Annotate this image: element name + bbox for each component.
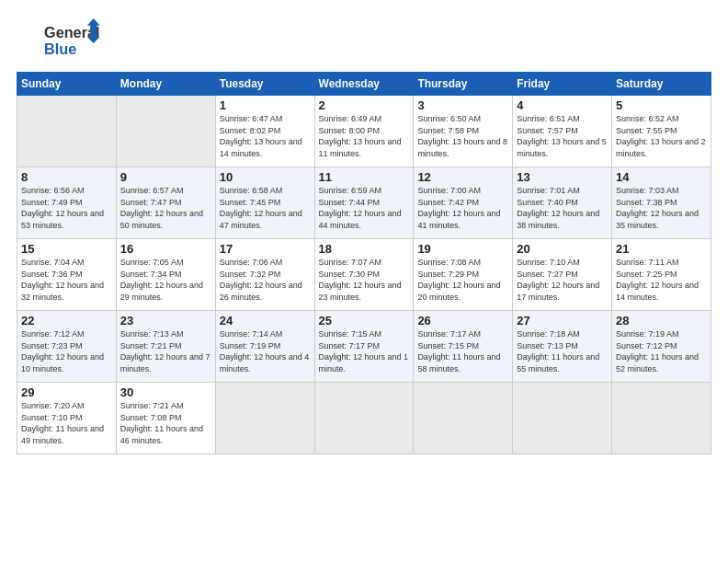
page-header: General Blue: [17, 17, 711, 63]
calendar-cell: [414, 383, 513, 454]
calendar-cell: 23Sunrise: 7:13 AMSunset: 7:21 PMDayligh…: [116, 311, 215, 383]
calendar-cell: 26Sunrise: 7:17 AMSunset: 7:15 PMDayligh…: [414, 311, 513, 383]
day-number: 18: [319, 242, 410, 256]
calendar-cell: 3Sunrise: 6:50 AMSunset: 7:58 PMDaylight…: [414, 96, 513, 167]
calendar-cell: [314, 383, 414, 454]
calendar-cell: 19Sunrise: 7:08 AMSunset: 7:29 PMDayligh…: [414, 239, 513, 311]
calendar-cell: 14Sunrise: 7:03 AMSunset: 7:38 PMDayligh…: [612, 167, 711, 239]
calendar-cell: 17Sunrise: 7:06 AMSunset: 7:32 PMDayligh…: [215, 239, 314, 311]
day-info: Sunrise: 7:00 AMSunset: 7:42 PMDaylight:…: [417, 185, 508, 231]
day-info: Sunrise: 7:14 AMSunset: 7:19 PMDaylight:…: [220, 328, 311, 374]
logo: General Blue: [17, 17, 118, 63]
day-number: 23: [120, 314, 211, 327]
day-number: 22: [21, 314, 112, 327]
day-number: 28: [616, 314, 707, 327]
calendar-cell: 10Sunrise: 6:58 AMSunset: 7:45 PMDayligh…: [215, 167, 314, 239]
col-header-friday: Friday: [513, 73, 612, 96]
day-info: Sunrise: 7:18 AMSunset: 7:13 PMDaylight:…: [517, 328, 608, 374]
day-info: Sunrise: 7:10 AMSunset: 7:27 PMDaylight:…: [517, 257, 608, 303]
calendar-cell: 27Sunrise: 7:18 AMSunset: 7:13 PMDayligh…: [513, 311, 612, 383]
calendar-cell: 15Sunrise: 7:04 AMSunset: 7:36 PMDayligh…: [17, 239, 117, 311]
day-number: 25: [319, 314, 410, 327]
calendar-cell: 9Sunrise: 6:57 AMSunset: 7:47 PMDaylight…: [116, 167, 215, 239]
day-info: Sunrise: 7:17 AMSunset: 7:15 PMDaylight:…: [417, 328, 508, 374]
day-info: Sunrise: 7:03 AMSunset: 7:38 PMDaylight:…: [616, 185, 707, 231]
calendar-cell: [612, 383, 711, 454]
day-info: Sunrise: 7:13 AMSunset: 7:21 PMDaylight:…: [120, 328, 211, 374]
day-number: 20: [517, 242, 608, 256]
day-info: Sunrise: 7:06 AMSunset: 7:32 PMDaylight:…: [220, 257, 311, 303]
calendar-week-2: 15Sunrise: 7:04 AMSunset: 7:36 PMDayligh…: [17, 239, 711, 311]
day-number: 30: [120, 385, 211, 399]
day-number: 12: [417, 170, 508, 184]
day-number: 19: [417, 242, 508, 256]
day-number: 5: [616, 98, 707, 112]
day-number: 17: [220, 242, 311, 256]
calendar-cell: 25Sunrise: 7:15 AMSunset: 7:17 PMDayligh…: [314, 311, 414, 383]
day-number: 27: [517, 314, 608, 327]
day-number: 10: [220, 170, 311, 184]
day-info: Sunrise: 6:52 AMSunset: 7:55 PMDaylight:…: [616, 113, 707, 159]
calendar-cell: 1Sunrise: 6:47 AMSunset: 8:02 PMDaylight…: [215, 96, 314, 167]
calendar-cell: [215, 383, 314, 454]
day-number: 8: [21, 170, 112, 184]
day-info: Sunrise: 6:50 AMSunset: 7:58 PMDaylight:…: [417, 113, 508, 159]
day-number: 15: [21, 242, 112, 256]
day-info: Sunrise: 7:15 AMSunset: 7:17 PMDaylight:…: [319, 328, 410, 374]
day-info: Sunrise: 6:57 AMSunset: 7:47 PMDaylight:…: [120, 185, 211, 231]
calendar-table: SundayMondayTuesdayWednesdayThursdayFrid…: [17, 72, 711, 454]
day-number: 13: [517, 170, 608, 184]
day-info: Sunrise: 6:47 AMSunset: 8:02 PMDaylight:…: [220, 113, 311, 159]
calendar-cell: 12Sunrise: 7:00 AMSunset: 7:42 PMDayligh…: [414, 167, 513, 239]
day-info: Sunrise: 6:51 AMSunset: 7:57 PMDaylight:…: [517, 113, 608, 159]
day-info: Sunrise: 7:07 AMSunset: 7:30 PMDaylight:…: [319, 257, 410, 303]
day-info: Sunrise: 7:21 AMSunset: 7:08 PMDaylight:…: [120, 400, 211, 446]
col-header-thursday: Thursday: [414, 73, 513, 96]
calendar-cell: 16Sunrise: 7:05 AMSunset: 7:34 PMDayligh…: [116, 239, 215, 311]
day-info: Sunrise: 6:56 AMSunset: 7:49 PMDaylight:…: [21, 185, 112, 231]
calendar-cell: 28Sunrise: 7:19 AMSunset: 7:12 PMDayligh…: [612, 311, 711, 383]
col-header-tuesday: Tuesday: [215, 73, 314, 96]
day-info: Sunrise: 6:58 AMSunset: 7:45 PMDaylight:…: [220, 185, 311, 231]
day-number: 26: [417, 314, 508, 327]
day-info: Sunrise: 7:01 AMSunset: 7:40 PMDaylight:…: [517, 185, 608, 231]
day-number: 14: [616, 170, 707, 184]
day-info: Sunrise: 7:05 AMSunset: 7:34 PMDaylight:…: [120, 257, 211, 303]
calendar-cell: 5Sunrise: 6:52 AMSunset: 7:55 PMDaylight…: [612, 96, 711, 167]
calendar-cell: 24Sunrise: 7:14 AMSunset: 7:19 PMDayligh…: [215, 311, 314, 383]
day-number: 3: [417, 98, 508, 112]
day-number: 21: [616, 242, 707, 256]
day-number: 2: [319, 98, 410, 112]
day-number: 16: [120, 242, 211, 256]
day-number: 1: [220, 98, 311, 112]
day-number: 29: [21, 385, 112, 399]
calendar-cell: 2Sunrise: 6:49 AMSunset: 8:00 PMDaylight…: [314, 96, 414, 167]
day-number: 9: [120, 170, 211, 184]
day-info: Sunrise: 6:59 AMSunset: 7:44 PMDaylight:…: [319, 185, 410, 231]
day-info: Sunrise: 6:49 AMSunset: 8:00 PMDaylight:…: [319, 113, 410, 159]
calendar-cell: [17, 96, 117, 167]
day-info: Sunrise: 7:08 AMSunset: 7:29 PMDaylight:…: [417, 257, 508, 303]
col-header-saturday: Saturday: [612, 73, 711, 96]
calendar-cell: [116, 96, 215, 167]
calendar-cell: 8Sunrise: 6:56 AMSunset: 7:49 PMDaylight…: [17, 167, 117, 239]
calendar-cell: 21Sunrise: 7:11 AMSunset: 7:25 PMDayligh…: [612, 239, 711, 311]
day-info: Sunrise: 7:19 AMSunset: 7:12 PMDaylight:…: [616, 328, 707, 374]
calendar-cell: 22Sunrise: 7:12 AMSunset: 7:23 PMDayligh…: [17, 311, 117, 383]
calendar-header-row: SundayMondayTuesdayWednesdayThursdayFrid…: [17, 73, 711, 96]
calendar-cell: 18Sunrise: 7:07 AMSunset: 7:30 PMDayligh…: [314, 239, 414, 311]
calendar-cell: 20Sunrise: 7:10 AMSunset: 7:27 PMDayligh…: [513, 239, 612, 311]
calendar-week-1: 8Sunrise: 6:56 AMSunset: 7:49 PMDaylight…: [17, 167, 711, 239]
page-container: General Blue SundayMondayTuesdayWednesda…: [0, 0, 728, 464]
calendar-cell: 13Sunrise: 7:01 AMSunset: 7:40 PMDayligh…: [513, 167, 612, 239]
day-number: 4: [517, 98, 608, 112]
day-number: 24: [220, 314, 311, 327]
calendar-body: 1Sunrise: 6:47 AMSunset: 8:02 PMDaylight…: [17, 96, 711, 454]
calendar-week-0: 1Sunrise: 6:47 AMSunset: 8:02 PMDaylight…: [17, 96, 711, 167]
svg-text:Blue: Blue: [44, 40, 76, 57]
calendar-cell: 30Sunrise: 7:21 AMSunset: 7:08 PMDayligh…: [116, 383, 215, 454]
col-header-wednesday: Wednesday: [314, 73, 414, 96]
day-info: Sunrise: 7:04 AMSunset: 7:36 PMDaylight:…: [21, 257, 112, 303]
day-info: Sunrise: 7:11 AMSunset: 7:25 PMDaylight:…: [616, 257, 707, 303]
day-info: Sunrise: 7:12 AMSunset: 7:23 PMDaylight:…: [21, 328, 112, 374]
